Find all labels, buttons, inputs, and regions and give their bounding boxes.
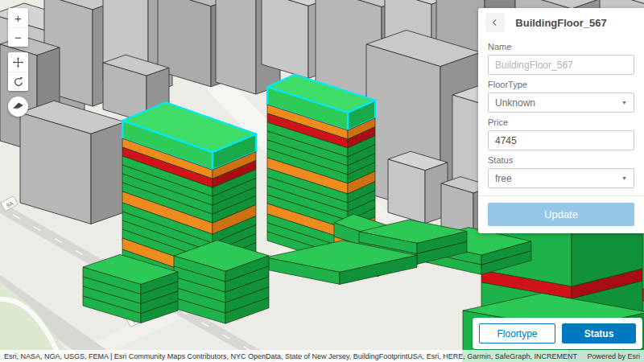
caret-down-icon: ▼ — [621, 175, 627, 181]
scene-view: 9 Av 9A 9A + − — [0, 0, 644, 362]
layer-toggle-bar: Floortype Status — [473, 318, 642, 349]
floortype-select[interactable]: Unknown ▼ — [488, 93, 634, 113]
attribution-sources: Esri, NASA, NGA, USGS, FEMA | Esri Commu… — [4, 352, 579, 360]
rotate-icon — [13, 76, 24, 88]
pan-button[interactable] — [8, 52, 28, 72]
feature-panel: BuildingFloor_567 Name FloorType Unknown… — [478, 8, 644, 233]
status-toggle-button[interactable]: Status — [562, 323, 636, 343]
compass-button[interactable] — [8, 97, 28, 117]
status-label: Status — [488, 155, 634, 165]
status-select[interactable]: free ▼ — [488, 168, 634, 188]
chevron-left-icon — [490, 18, 500, 27]
compass-icon — [11, 100, 25, 113]
navigation-widgets: + − — [8, 8, 28, 117]
rotate-button[interactable] — [8, 72, 28, 91]
panel-header: BuildingFloor_567 — [478, 8, 644, 37]
update-button[interactable]: Update — [488, 203, 634, 226]
zoom-out-button[interactable]: − — [8, 27, 28, 47]
panel-body: Name FloorType Unknown ▼ Price Status fr… — [478, 42, 644, 188]
panel-title: BuildingFloor_567 — [505, 17, 617, 29]
powered-by-esri: Powered by Esri — [587, 352, 640, 360]
pan-rotate-controls — [8, 52, 28, 91]
attribution-bar: Esri, NASA, NGA, USGS, FEMA | Esri Commu… — [0, 350, 644, 362]
caret-down-icon: ▼ — [621, 100, 627, 105]
zoom-in-button[interactable]: + — [8, 8, 28, 27]
floortype-value: Unknown — [495, 97, 535, 109]
floortype-label: FloorType — [488, 80, 634, 89]
name-input[interactable] — [488, 55, 634, 75]
floortype-toggle-button[interactable]: Floortype — [479, 323, 555, 343]
zoom-controls: + − — [8, 8, 28, 47]
price-input[interactable] — [488, 130, 634, 150]
panel-footer: Update — [478, 195, 644, 233]
pan-icon — [12, 56, 24, 68]
price-label: Price — [488, 117, 634, 127]
status-value: free — [495, 173, 512, 184]
name-label: Name — [488, 42, 634, 51]
back-button[interactable] — [485, 13, 505, 32]
